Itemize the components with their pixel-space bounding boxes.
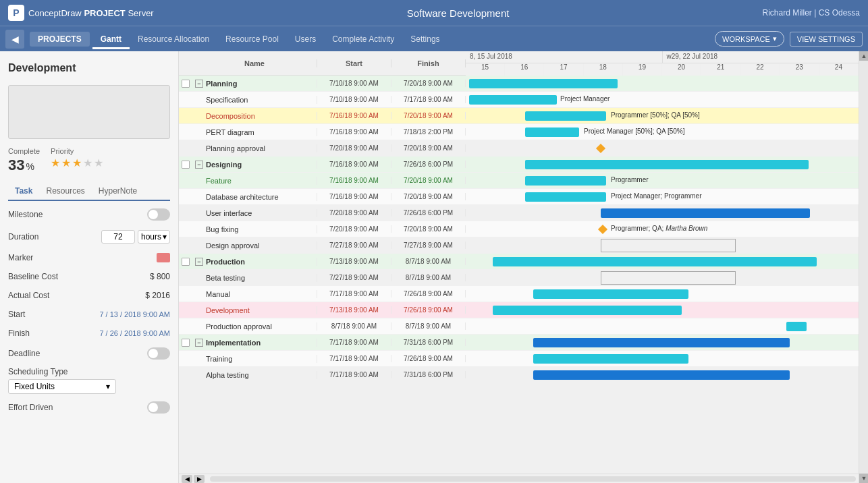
milestone-toggle[interactable] <box>147 208 170 221</box>
row-name-planning: − Planning <box>192 80 317 88</box>
row-chart-pert: Project Manager [50%]; QA [50%] <box>466 124 859 140</box>
bar-specification[interactable] <box>469 95 557 105</box>
right-scrollbar: ▲ ▼ <box>859 51 868 483</box>
day-19: 19 <box>623 63 662 76</box>
row-finish-bug-fixing: 7/20/18 9:00 AM <box>391 225 466 233</box>
horizontal-scrollbar[interactable] <box>210 476 856 482</box>
resource-specification: Project Manager <box>560 95 609 103</box>
nav-tab-resource-pool[interactable]: Resource Pool <box>217 29 287 49</box>
row-name-design-approval: Design approval <box>192 242 317 250</box>
row-finish-alpha: 7/31/18 6:00 PM <box>391 371 466 378</box>
nav-tab-complete-activity[interactable]: Complete Activity <box>324 29 402 49</box>
scroll-left-arrow[interactable]: ◀ <box>182 475 192 483</box>
scroll-down-button[interactable]: ▼ <box>859 474 868 483</box>
duration-label: Duration <box>8 232 62 242</box>
baseline-cost-field: Baseline Cost $ 800 <box>8 270 170 283</box>
bar-decomposition[interactable] <box>525 111 606 121</box>
bar-pert[interactable] <box>525 127 579 137</box>
star-5: ★ <box>94 157 103 169</box>
gantt-row-pert: PERT diagram 7/16/18 9:00 AM 7/18/18 2:0… <box>179 124 859 140</box>
beta-frame <box>601 271 736 285</box>
bar-planning[interactable] <box>469 79 618 88</box>
nav-tab-settings[interactable]: Settings <box>402 29 447 49</box>
main-layout: Development Complete 33 % Priority ★ ★ ★… <box>0 51 868 483</box>
scheduling-type-section: Scheduling Type Fixed Units ▾ <box>8 367 170 394</box>
row-name-feature: Feature <box>192 177 317 185</box>
collapse-planning[interactable]: − <box>195 80 203 88</box>
scroll-right-arrow[interactable]: ▶ <box>194 475 205 483</box>
resource-db-arch: Project Manager; Programmer <box>611 192 702 200</box>
row-chart-decomposition: Programmer [50%]; QA [50%] <box>466 108 859 123</box>
row-start-beta: 7/27/18 9:00 AM <box>317 274 391 281</box>
bar-alpha[interactable] <box>533 370 790 380</box>
marker-color[interactable] <box>157 253 170 262</box>
workspace-label: WORKSPACE <box>722 35 770 43</box>
checkbox-1[interactable] <box>182 80 190 88</box>
collapse-designing[interactable]: − <box>195 161 203 169</box>
scroll-up-button[interactable]: ▲ <box>859 51 868 61</box>
row-checkbox-12 <box>179 258 192 266</box>
duration-input[interactable] <box>101 230 135 244</box>
nav-projects[interactable]: PROJECTS <box>30 32 90 47</box>
bar-db-arch[interactable] <box>525 192 606 202</box>
bar-designing[interactable] <box>525 160 809 169</box>
col-name: Name <box>192 59 317 67</box>
tab-hypernote[interactable]: HyperNote <box>92 182 144 200</box>
gantt-row-production: − Production 7/13/18 9:00 AM 8/7/18 9:00… <box>179 254 859 270</box>
star-3: ★ <box>72 157 82 169</box>
bar-ui[interactable] <box>601 208 810 218</box>
tab-resources[interactable]: Resources <box>39 182 91 200</box>
diamond-bug-fixing <box>598 225 607 234</box>
baseline-cost-label: Baseline Cost <box>8 272 62 281</box>
start-label: Start <box>8 310 62 319</box>
row-chart-designing <box>466 157 859 172</box>
row-start-db-arch: 7/16/18 9:00 AM <box>317 193 391 200</box>
gantt-area: Name Start Finish 8, 15 Jul 2018 w29, 22… <box>179 51 859 483</box>
row-start-design-approval: 7/27/18 9:00 AM <box>317 242 391 249</box>
bar-manual[interactable] <box>533 289 688 299</box>
nav-tab-users[interactable]: Users <box>287 29 324 49</box>
collapse-implementation[interactable]: − <box>195 339 203 347</box>
row-start-specification: 7/10/18 9:00 AM <box>317 96 391 103</box>
row-chart-db-arch: Project Manager; Programmer <box>466 189 859 204</box>
view-settings-button[interactable]: VIEW SETTINGS <box>790 32 863 47</box>
bar-prod-approval[interactable] <box>786 322 807 331</box>
checkbox-6[interactable] <box>182 161 190 169</box>
effort-driven-label: Effort Driven <box>8 403 62 412</box>
row-start-development: 7/13/18 9:00 AM <box>317 306 391 314</box>
row-name-alpha: Alpha testing <box>192 371 317 379</box>
row-finish-planning: 7/20/18 9:00 AM <box>391 80 466 87</box>
bar-implementation[interactable] <box>533 338 790 347</box>
milestone-toggle-knob <box>148 210 158 219</box>
workspace-button[interactable]: WORKSPACE ▾ <box>715 31 784 47</box>
gantt-row-planning: − Planning 7/10/18 9:00 AM 7/20/18 9:00 … <box>179 76 859 92</box>
row-chart-training <box>466 351 859 366</box>
sidebar-toggle[interactable]: ◀ <box>5 30 24 49</box>
top-bar: P ConceptDraw PROJECT Server Software De… <box>0 0 868 26</box>
nav-tab-resource-allocation[interactable]: Resource Allocation <box>130 29 217 49</box>
bar-feature[interactable] <box>525 176 606 186</box>
gantt-row-manual: Manual 7/17/18 9:00 AM 7/26/18 9:00 AM <box>179 286 859 302</box>
row-chart-ui <box>466 205 859 221</box>
checkbox-17[interactable] <box>182 339 190 347</box>
tab-task[interactable]: Task <box>8 182 39 201</box>
row-start-feature: 7/16/18 9:00 AM <box>317 177 391 184</box>
row-finish-implementation: 7/31/18 6:00 PM <box>391 339 466 346</box>
gantt-row-designing: − Designing 7/16/18 9:00 AM 7/26/18 6:00… <box>179 157 859 173</box>
gantt-row-planning-approval: Planning approval 7/20/18 9:00 AM 7/20/1… <box>179 140 859 157</box>
effort-driven-toggle[interactable] <box>147 401 170 414</box>
checkbox-12[interactable] <box>182 258 190 266</box>
row-name-implementation: − Implementation <box>192 339 317 347</box>
week2-label: w29, 22 Jul 2018 <box>663 51 859 63</box>
bar-development[interactable] <box>493 306 682 315</box>
collapse-production[interactable]: − <box>195 258 203 266</box>
scheduling-type-select[interactable]: Fixed Units ▾ <box>8 379 116 394</box>
nav-tab-gantt[interactable]: Gantt <box>92 29 130 49</box>
row-finish-specification: 7/17/18 9:00 AM <box>391 96 466 103</box>
bar-training[interactable] <box>533 354 688 364</box>
hours-select[interactable]: hours ▾ <box>138 230 170 244</box>
bar-production[interactable] <box>493 257 817 266</box>
complete-label: Complete <box>8 147 40 155</box>
row-chart-development <box>466 302 859 318</box>
deadline-toggle[interactable] <box>147 347 170 360</box>
